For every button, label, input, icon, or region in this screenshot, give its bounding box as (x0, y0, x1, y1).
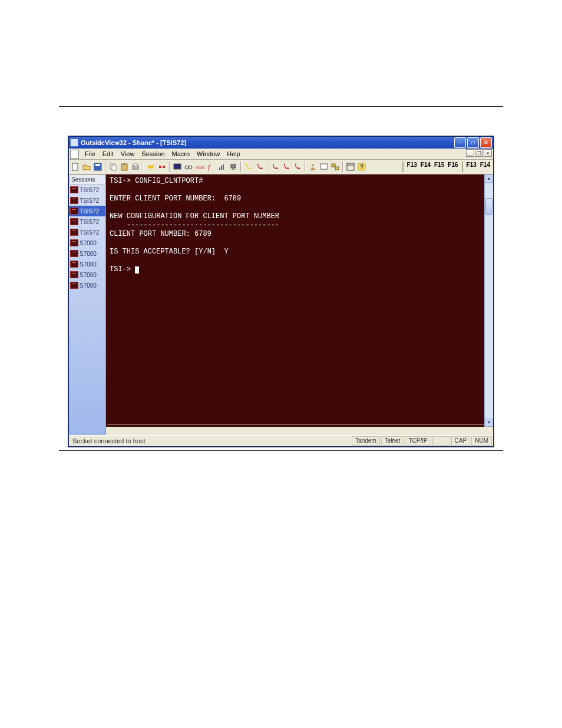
session-item[interactable]: S7000 (69, 269, 105, 280)
svg-rect-27 (347, 163, 354, 170)
menu-file[interactable]: File (81, 150, 99, 158)
session-label: TSIS72 (80, 197, 99, 204)
window-icon[interactable] (345, 162, 356, 172)
scroll-thumb[interactable] (485, 198, 492, 215)
help-icon[interactable]: ? (356, 162, 367, 172)
menu-window[interactable]: Window (193, 150, 223, 158)
svg-rect-22 (232, 169, 234, 170)
network-icon[interactable] (228, 162, 239, 172)
svg-rect-2 (95, 164, 100, 166)
person-icon[interactable] (308, 162, 318, 172)
open-icon[interactable] (81, 162, 92, 172)
session-item[interactable]: TSIS72 (69, 216, 105, 227)
status-empty (432, 436, 450, 446)
mdi-restore-button[interactable]: ❐ (475, 149, 483, 157)
sessions-panel: Sessions TSIS72TSIS72TSIS72TSIS72TSIS72S… (69, 174, 106, 435)
title-bar[interactable]: OutsideView32 - Shane* - [TSIS72] – □ ✕ (69, 137, 493, 149)
glasses-icon[interactable] (183, 162, 194, 172)
f14-key[interactable]: F14 (419, 162, 432, 172)
terminal-icon[interactable] (172, 162, 183, 172)
status-bar: Socket connected to host Tandem Telnet T… (69, 435, 493, 446)
mdi-close-button[interactable]: × (484, 149, 492, 157)
svg-rect-26 (335, 167, 339, 170)
horizontal-scrollbar[interactable] (106, 427, 485, 435)
phone5-icon[interactable] (292, 162, 303, 172)
sessions-header[interactable]: Sessions (69, 174, 105, 185)
session-item[interactable]: TSIS72 (69, 195, 105, 206)
phone2-icon[interactable] (254, 162, 265, 172)
session-label: TSIS72 (80, 219, 99, 225)
svg-point-14 (185, 166, 189, 169)
document-icon[interactable] (70, 150, 79, 159)
terminal-wrap: TSI-> CONFIG_CLNTPORT# ENTER CLIENT PORT… (106, 174, 493, 435)
screen-icon[interactable] (319, 162, 329, 172)
svg-rect-12 (163, 166, 165, 168)
menu-view[interactable]: View (117, 150, 138, 158)
f15-key[interactable]: F15 (432, 162, 446, 172)
svg-rect-21 (231, 164, 236, 168)
paste-icon[interactable] (119, 162, 130, 172)
phone4-icon[interactable] (281, 162, 292, 172)
terminal-session-icon (70, 197, 78, 204)
save-icon[interactable] (92, 162, 103, 172)
session-item[interactable]: S7000 (69, 238, 105, 248)
app-window: OutsideView32 - Shane* - [TSIS72] – □ ✕ … (68, 136, 494, 447)
bottom-separator (59, 450, 503, 451)
fkey-group: F13 F14 F15 F16 F13 F14 (401, 162, 492, 172)
svg-rect-0 (72, 163, 78, 170)
session-label: S7000 (80, 251, 97, 257)
close-button[interactable]: ✕ (480, 137, 492, 148)
menu-help[interactable]: Help (223, 150, 244, 158)
phone3-icon[interactable] (270, 162, 280, 172)
mdi-minimize-button[interactable]: _ (466, 149, 474, 157)
connect-icon[interactable] (146, 162, 156, 172)
chart-icon[interactable] (217, 162, 227, 172)
top-separator (59, 106, 503, 107)
disconnect-icon[interactable] (157, 162, 167, 172)
copy-icon[interactable] (108, 162, 118, 172)
svg-point-10 (150, 165, 154, 169)
toolbar: 010 f ? F13 F14 F15 F16 (69, 160, 493, 174)
function-icon[interactable]: f (206, 162, 216, 172)
svg-rect-25 (332, 164, 335, 167)
binary-icon[interactable]: 010 (194, 162, 205, 172)
transfer-icon[interactable] (330, 162, 340, 172)
svg-rect-8 (134, 164, 137, 166)
session-item[interactable]: S7000 (69, 280, 105, 291)
f16-key[interactable]: F16 (446, 162, 459, 172)
menu-session[interactable]: Session (138, 150, 168, 158)
session-item[interactable]: TSIS72 (69, 206, 105, 216)
terminal-session-icon (70, 218, 78, 225)
session-item[interactable]: TSIS72 (69, 227, 105, 238)
scroll-down-icon[interactable]: ▼ (485, 419, 493, 427)
minimize-button[interactable]: – (454, 137, 466, 148)
phone1-icon[interactable] (243, 162, 254, 172)
session-label: S7000 (80, 240, 97, 246)
vertical-scrollbar[interactable]: ▲ ▼ (484, 174, 493, 427)
status-tcpip: TCP/IP (405, 436, 431, 446)
new-icon[interactable] (70, 162, 81, 172)
print-icon[interactable] (130, 162, 141, 172)
client-area: Sessions TSIS72TSIS72TSIS72TSIS72TSIS72S… (69, 174, 493, 435)
f14b-key[interactable]: F14 (478, 162, 492, 172)
menu-edit[interactable]: Edit (99, 150, 117, 158)
status-tandem: Tandem (352, 436, 380, 446)
terminal[interactable]: TSI-> CONFIG_CLNTPORT# ENTER CLIENT PORT… (106, 174, 485, 427)
scroll-up-icon[interactable]: ▲ (485, 174, 493, 183)
terminal-session-icon (70, 207, 78, 215)
f13-key[interactable]: F13 (405, 162, 419, 172)
session-item[interactable]: TSIS72 (69, 185, 105, 195)
f13b-key[interactable]: F13 (465, 162, 478, 172)
session-label: S7000 (80, 282, 97, 289)
session-item[interactable]: S7000 (69, 248, 105, 259)
svg-rect-20 (223, 164, 224, 170)
menu-macro[interactable]: Macro (168, 150, 194, 158)
terminal-session-icon (70, 261, 78, 268)
maximize-button[interactable]: □ (467, 137, 479, 148)
terminal-session-icon (70, 186, 78, 193)
session-item[interactable]: S7000 (69, 259, 105, 269)
svg-point-15 (189, 166, 192, 169)
app-icon (70, 139, 78, 147)
status-num: NUM (471, 436, 492, 446)
status-telnet: Telnet (381, 436, 404, 446)
